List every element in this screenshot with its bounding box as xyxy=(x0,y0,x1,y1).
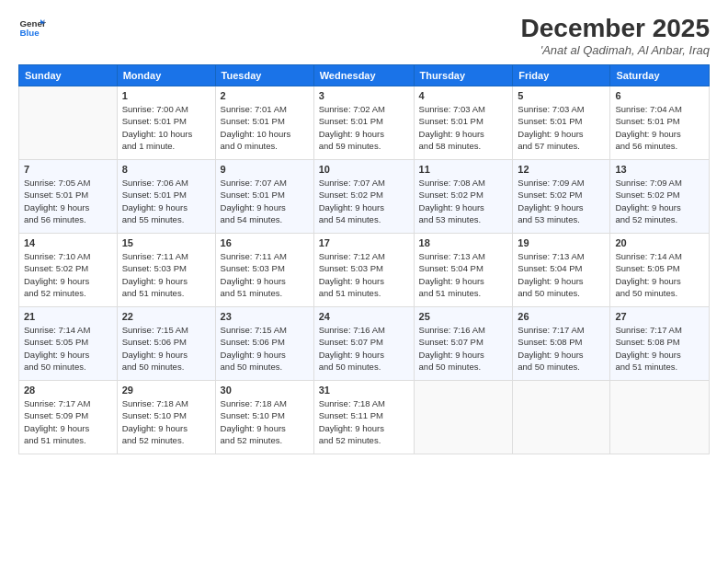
day-info: Sunrise: 7:01 AM Sunset: 5:01 PM Dayligh… xyxy=(221,103,309,152)
table-row: 18Sunrise: 7:13 AM Sunset: 5:04 PM Dayli… xyxy=(414,234,513,307)
day-number: 20 xyxy=(615,237,704,248)
day-info: Sunrise: 7:13 AM Sunset: 5:04 PM Dayligh… xyxy=(518,250,605,299)
day-info: Sunrise: 7:15 AM Sunset: 5:06 PM Dayligh… xyxy=(221,324,309,373)
day-info: Sunrise: 7:02 AM Sunset: 5:01 PM Dayligh… xyxy=(319,103,409,152)
day-number: 21 xyxy=(24,311,112,322)
table-row: 25Sunrise: 7:16 AM Sunset: 5:07 PM Dayli… xyxy=(414,307,513,381)
table-row: 2Sunrise: 7:01 AM Sunset: 5:01 PM Daylig… xyxy=(215,86,313,160)
day-info: Sunrise: 7:18 AM Sunset: 5:10 PM Dayligh… xyxy=(221,397,309,446)
day-info: Sunrise: 7:04 AM Sunset: 5:01 PM Dayligh… xyxy=(615,103,704,152)
table-row: 15Sunrise: 7:11 AM Sunset: 5:03 PM Dayli… xyxy=(117,234,215,307)
day-number: 2 xyxy=(221,90,309,101)
day-info: Sunrise: 7:18 AM Sunset: 5:11 PM Dayligh… xyxy=(319,397,409,446)
table-row: 24Sunrise: 7:16 AM Sunset: 5:07 PM Dayli… xyxy=(313,307,414,381)
calendar-table: Sunday Monday Tuesday Wednesday Thursday… xyxy=(18,64,710,454)
day-number: 17 xyxy=(319,237,409,248)
day-info: Sunrise: 7:08 AM Sunset: 5:02 PM Dayligh… xyxy=(419,177,508,225)
day-info: Sunrise: 7:13 AM Sunset: 5:04 PM Dayligh… xyxy=(419,250,508,299)
table-row: 27Sunrise: 7:17 AM Sunset: 5:08 PM Dayli… xyxy=(610,307,710,381)
table-row: 5Sunrise: 7:03 AM Sunset: 5:01 PM Daylig… xyxy=(513,86,610,160)
month-title: December 2025 xyxy=(521,14,710,43)
table-row: 20Sunrise: 7:14 AM Sunset: 5:05 PM Dayli… xyxy=(610,234,710,307)
header-saturday: Saturday xyxy=(610,65,710,86)
day-info: Sunrise: 7:03 AM Sunset: 5:01 PM Dayligh… xyxy=(419,103,508,152)
table-row: 29Sunrise: 7:18 AM Sunset: 5:10 PM Dayli… xyxy=(117,381,215,454)
day-info: Sunrise: 7:11 AM Sunset: 5:03 PM Dayligh… xyxy=(221,250,309,299)
header-wednesday: Wednesday xyxy=(313,65,414,86)
table-row: 16Sunrise: 7:11 AM Sunset: 5:03 PM Dayli… xyxy=(215,234,313,307)
table-row: 13Sunrise: 7:09 AM Sunset: 5:02 PM Dayli… xyxy=(610,160,710,234)
day-info: Sunrise: 7:14 AM Sunset: 5:05 PM Dayligh… xyxy=(24,324,112,373)
day-info: Sunrise: 7:17 AM Sunset: 5:09 PM Dayligh… xyxy=(24,397,112,446)
day-info: Sunrise: 7:06 AM Sunset: 5:01 PM Dayligh… xyxy=(122,177,210,225)
day-number: 25 xyxy=(419,311,508,322)
page: General Blue December 2025 'Anat al Qadi… xyxy=(0,0,728,563)
day-info: Sunrise: 7:11 AM Sunset: 5:03 PM Dayligh… xyxy=(122,250,210,299)
day-number: 4 xyxy=(419,90,508,101)
table-row: 26Sunrise: 7:17 AM Sunset: 5:08 PM Dayli… xyxy=(513,307,610,381)
table-row: 7Sunrise: 7:05 AM Sunset: 5:01 PM Daylig… xyxy=(19,160,118,234)
day-number: 18 xyxy=(419,237,508,248)
day-number: 26 xyxy=(518,311,605,322)
day-info: Sunrise: 7:18 AM Sunset: 5:10 PM Dayligh… xyxy=(122,397,210,446)
table-row: 4Sunrise: 7:03 AM Sunset: 5:01 PM Daylig… xyxy=(414,86,513,160)
header-sunday: Sunday xyxy=(19,65,118,86)
header-tuesday: Tuesday xyxy=(215,65,313,86)
location: 'Anat al Qadimah, Al Anbar, Iraq xyxy=(521,43,710,57)
day-number: 28 xyxy=(24,385,112,396)
calendar-week-row: 7Sunrise: 7:05 AM Sunset: 5:01 PM Daylig… xyxy=(19,160,710,234)
calendar-week-row: 28Sunrise: 7:17 AM Sunset: 5:09 PM Dayli… xyxy=(19,381,710,454)
header-thursday: Thursday xyxy=(414,65,513,86)
day-info: Sunrise: 7:05 AM Sunset: 5:01 PM Dayligh… xyxy=(24,177,112,225)
table-row: 30Sunrise: 7:18 AM Sunset: 5:10 PM Dayli… xyxy=(215,381,313,454)
table-row xyxy=(414,381,513,454)
table-row xyxy=(513,381,610,454)
day-number: 6 xyxy=(615,90,704,101)
day-info: Sunrise: 7:17 AM Sunset: 5:08 PM Dayligh… xyxy=(518,324,605,373)
day-info: Sunrise: 7:15 AM Sunset: 5:06 PM Dayligh… xyxy=(122,324,210,373)
table-row: 28Sunrise: 7:17 AM Sunset: 5:09 PM Dayli… xyxy=(19,381,118,454)
svg-text:Blue: Blue xyxy=(20,28,40,38)
day-info: Sunrise: 7:16 AM Sunset: 5:07 PM Dayligh… xyxy=(419,324,508,373)
day-info: Sunrise: 7:03 AM Sunset: 5:01 PM Dayligh… xyxy=(518,103,605,152)
day-info: Sunrise: 7:09 AM Sunset: 5:02 PM Dayligh… xyxy=(615,177,704,225)
header: General Blue December 2025 'Anat al Qadi… xyxy=(18,14,710,57)
day-info: Sunrise: 7:12 AM Sunset: 5:03 PM Dayligh… xyxy=(319,250,409,299)
day-info: Sunrise: 7:16 AM Sunset: 5:07 PM Dayligh… xyxy=(319,324,409,373)
table-row: 10Sunrise: 7:07 AM Sunset: 5:02 PM Dayli… xyxy=(313,160,414,234)
day-number: 1 xyxy=(122,90,210,101)
calendar-header-row: Sunday Monday Tuesday Wednesday Thursday… xyxy=(19,65,710,86)
day-number: 27 xyxy=(615,311,704,322)
day-info: Sunrise: 7:14 AM Sunset: 5:05 PM Dayligh… xyxy=(615,250,704,299)
day-number: 31 xyxy=(319,385,409,396)
logo-icon: General Blue xyxy=(18,14,46,41)
table-row: 21Sunrise: 7:14 AM Sunset: 5:05 PM Dayli… xyxy=(19,307,118,381)
day-number: 7 xyxy=(24,164,112,175)
day-number: 5 xyxy=(518,90,605,101)
table-row: 22Sunrise: 7:15 AM Sunset: 5:06 PM Dayli… xyxy=(117,307,215,381)
table-row: 8Sunrise: 7:06 AM Sunset: 5:01 PM Daylig… xyxy=(117,160,215,234)
day-info: Sunrise: 7:00 AM Sunset: 5:01 PM Dayligh… xyxy=(122,103,210,152)
day-number: 14 xyxy=(24,237,112,248)
day-info: Sunrise: 7:07 AM Sunset: 5:01 PM Dayligh… xyxy=(221,177,309,225)
table-row: 31Sunrise: 7:18 AM Sunset: 5:11 PM Dayli… xyxy=(313,381,414,454)
day-info: Sunrise: 7:09 AM Sunset: 5:02 PM Dayligh… xyxy=(518,177,605,225)
calendar-week-row: 21Sunrise: 7:14 AM Sunset: 5:05 PM Dayli… xyxy=(19,307,710,381)
day-info: Sunrise: 7:07 AM Sunset: 5:02 PM Dayligh… xyxy=(319,177,409,225)
day-info: Sunrise: 7:10 AM Sunset: 5:02 PM Dayligh… xyxy=(24,250,112,299)
table-row: 14Sunrise: 7:10 AM Sunset: 5:02 PM Dayli… xyxy=(19,234,118,307)
table-row: 11Sunrise: 7:08 AM Sunset: 5:02 PM Dayli… xyxy=(414,160,513,234)
table-row xyxy=(610,381,710,454)
day-info: Sunrise: 7:17 AM Sunset: 5:08 PM Dayligh… xyxy=(615,324,704,373)
day-number: 24 xyxy=(319,311,409,322)
table-row: 17Sunrise: 7:12 AM Sunset: 5:03 PM Dayli… xyxy=(313,234,414,307)
calendar-week-row: 1Sunrise: 7:00 AM Sunset: 5:01 PM Daylig… xyxy=(19,86,710,160)
day-number: 19 xyxy=(518,237,605,248)
day-number: 3 xyxy=(319,90,409,101)
day-number: 15 xyxy=(122,237,210,248)
day-number: 23 xyxy=(221,311,309,322)
day-number: 12 xyxy=(518,164,605,175)
table-row: 3Sunrise: 7:02 AM Sunset: 5:01 PM Daylig… xyxy=(313,86,414,160)
title-block: December 2025 'Anat al Qadimah, Al Anbar… xyxy=(521,14,710,57)
table-row: 9Sunrise: 7:07 AM Sunset: 5:01 PM Daylig… xyxy=(215,160,313,234)
